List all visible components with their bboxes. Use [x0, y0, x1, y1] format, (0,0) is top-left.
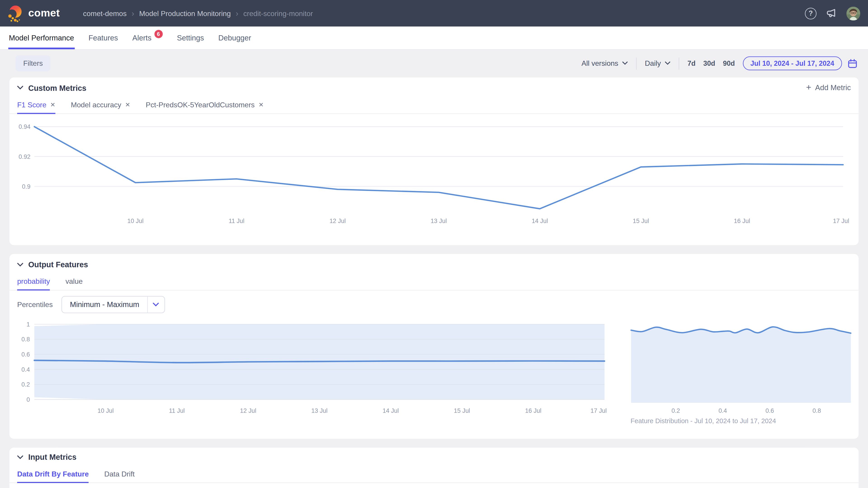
- chevron-down-icon: [148, 303, 164, 306]
- feature-distribution-block: 0.20.40.60.8 Feature Distribution - Jul …: [623, 319, 851, 425]
- breadcrumb: comet-demos › Model Production Monitorin…: [83, 9, 313, 18]
- svg-text:11 Jul: 11 Jul: [228, 218, 244, 224]
- user-avatar[interactable]: [846, 6, 860, 20]
- comet-logo[interactable]: comet: [8, 5, 60, 22]
- add-metric-label: Add Metric: [815, 84, 851, 92]
- svg-text:12 Jul: 12 Jul: [240, 408, 256, 414]
- output-features-card: Output Features probability value Percen…: [9, 254, 859, 439]
- tab-label: Settings: [177, 34, 204, 42]
- calendar-icon[interactable]: [847, 58, 857, 68]
- svg-text:0.6: 0.6: [22, 351, 30, 358]
- input-metrics-card: Input Metrics Data Drift By Feature Data…: [9, 448, 859, 488]
- alerts-count-badge: 6: [154, 30, 162, 38]
- close-icon[interactable]: ✕: [125, 101, 130, 108]
- metric-tab-model-accuracy[interactable]: Model accuracy ✕: [71, 101, 130, 113]
- breadcrumb-current-page: credit-scoring-monitor: [243, 9, 313, 18]
- metric-tab-f1-score[interactable]: F1 Score ✕: [17, 101, 55, 113]
- interval-dropdown-value: Daily: [645, 59, 661, 68]
- svg-text:14 Jul: 14 Jul: [532, 218, 548, 224]
- f1-score-line-chart: 0.90.920.9410 Jul11 Jul12 Jul13 Jul14 Ju…: [17, 116, 859, 227]
- announcements-megaphone-icon[interactable]: [825, 7, 837, 20]
- tab-label: Alerts: [132, 34, 152, 42]
- breadcrumb-workspace[interactable]: comet-demos: [83, 9, 127, 18]
- svg-text:0.9: 0.9: [22, 183, 30, 190]
- svg-text:17 Jul: 17 Jul: [833, 218, 849, 224]
- filter-toolbar: Filters All versions Daily 7d 30d 90d: [9, 54, 859, 72]
- tab-label: Debugger: [218, 34, 251, 42]
- svg-text:0.2: 0.2: [22, 381, 30, 388]
- tab-model-performance[interactable]: Model Performance: [9, 27, 74, 49]
- svg-text:10 Jul: 10 Jul: [97, 408, 114, 414]
- output-feature-tabs: probability value: [9, 277, 859, 291]
- percentiles-label: Percentiles: [17, 300, 53, 309]
- quick-range-group: 7d 30d 90d: [687, 59, 735, 67]
- feature-tab-probability[interactable]: probability: [17, 277, 50, 290]
- svg-text:10 Jul: 10 Jul: [127, 218, 144, 224]
- custom-metrics-collapse-toggle[interactable]: Custom Metrics: [17, 84, 86, 92]
- close-icon[interactable]: ✕: [258, 101, 264, 108]
- section-title: Output Features: [28, 260, 88, 269]
- input-metric-tabs: Data Drift By Feature Data Drift: [9, 470, 859, 483]
- feature-tab-label: value: [66, 277, 83, 286]
- svg-text:13 Jul: 13 Jul: [311, 408, 328, 414]
- svg-text:0.4: 0.4: [22, 366, 30, 373]
- svg-text:17 Jul: 17 Jul: [590, 408, 607, 414]
- date-range-pill[interactable]: Jul 10, 2024 - Jul 17, 2024: [743, 57, 842, 70]
- divider: [679, 57, 679, 69]
- tab-label: Model Performance: [9, 34, 74, 42]
- top-navbar: comet comet-demos › Model Production Mon…: [0, 0, 868, 27]
- tab-label: Features: [88, 34, 118, 42]
- add-metric-button[interactable]: + Add Metric: [806, 83, 851, 92]
- svg-text:15 Jul: 15 Jul: [454, 408, 470, 414]
- breadcrumb-project[interactable]: Model Production Monitoring: [139, 9, 231, 18]
- filter-toolbar-right: All versions Daily 7d 30d 90d Jul 10, 20…: [582, 57, 858, 70]
- input-metrics-header: Input Metrics: [9, 448, 859, 461]
- app-root: comet comet-demos › Model Production Mon…: [0, 0, 868, 488]
- breadcrumb-separator-icon: ›: [236, 8, 238, 18]
- svg-text:0.4: 0.4: [719, 408, 727, 414]
- svg-text:0.2: 0.2: [672, 408, 680, 414]
- page-tabs: Model Performance Features Alerts 6 Sett…: [0, 27, 868, 50]
- input-tab-label: Data Drift By Feature: [17, 470, 89, 478]
- interval-dropdown[interactable]: Daily: [645, 59, 670, 68]
- chevron-down-icon: [17, 263, 23, 266]
- comet-logo-text: comet: [28, 7, 60, 20]
- tab-alerts[interactable]: Alerts 6: [132, 27, 163, 49]
- tab-settings[interactable]: Settings: [177, 27, 204, 49]
- output-features-collapse-toggle[interactable]: Output Features: [17, 260, 88, 269]
- svg-text:0: 0: [26, 396, 30, 403]
- section-title: Input Metrics: [28, 453, 76, 461]
- svg-text:12 Jul: 12 Jul: [330, 218, 346, 224]
- chevron-down-icon: [622, 61, 627, 65]
- percentiles-select[interactable]: Minimum - Maximum: [62, 296, 165, 313]
- metric-tab-pct-preds[interactable]: Pct-PredsOK-5YearOldCustomers ✕: [146, 101, 264, 113]
- range-90d-button[interactable]: 90d: [723, 59, 735, 67]
- breadcrumb-separator-icon: ›: [131, 8, 134, 18]
- feature-tab-label: probability: [17, 277, 50, 286]
- tab-features[interactable]: Features: [88, 27, 118, 49]
- input-tab-data-drift-by-feature[interactable]: Data Drift By Feature: [17, 470, 89, 482]
- percentiles-row: Percentiles Minimum - Maximum: [9, 296, 859, 313]
- range-7d-button[interactable]: 7d: [687, 59, 695, 67]
- chevron-down-icon: [17, 455, 23, 459]
- input-metrics-collapse-toggle[interactable]: Input Metrics: [17, 453, 76, 461]
- close-icon[interactable]: ✕: [50, 101, 55, 108]
- metric-tab-label: F1 Score: [17, 101, 46, 109]
- svg-text:16 Jul: 16 Jul: [734, 218, 750, 224]
- tab-debugger[interactable]: Debugger: [218, 27, 251, 49]
- versions-dropdown[interactable]: All versions: [582, 59, 628, 68]
- range-30d-button[interactable]: 30d: [703, 59, 715, 67]
- help-icon[interactable]: ?: [805, 7, 816, 19]
- svg-text:14 Jul: 14 Jul: [382, 408, 399, 414]
- input-tab-data-drift[interactable]: Data Drift: [104, 470, 134, 482]
- svg-text:0.92: 0.92: [19, 153, 30, 160]
- svg-text:16 Jul: 16 Jul: [525, 408, 541, 414]
- svg-text:0.6: 0.6: [766, 408, 774, 414]
- versions-dropdown-value: All versions: [582, 59, 618, 68]
- feature-tab-value[interactable]: value: [66, 277, 83, 290]
- filters-button[interactable]: Filters: [16, 55, 51, 71]
- feature-distribution-chart: 0.20.40.60.8: [623, 319, 851, 422]
- output-features-header: Output Features: [9, 254, 859, 269]
- divider: [636, 57, 637, 69]
- svg-text:0.8: 0.8: [813, 408, 821, 414]
